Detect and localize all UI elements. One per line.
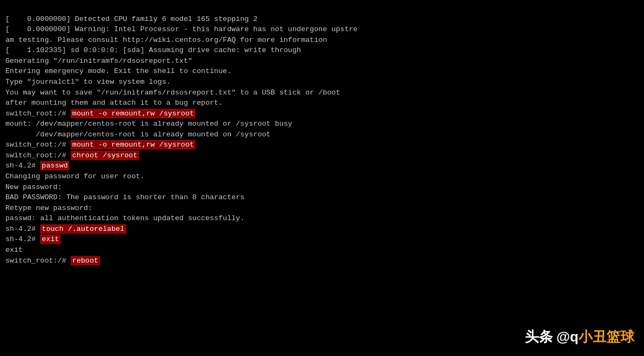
terminal-line: /dev/mapper/centos-root is already mount… [5,129,639,140]
terminal-line: switch_root:/# mount -o remount,rw /sysr… [5,108,639,119]
terminal-line: after mounting them and attach it to a b… [5,98,639,108]
terminal-line: Type "journalctl" to view system logs. [5,77,639,88]
terminal-line: New password: [5,182,639,193]
terminal-line: Retype new password: [5,203,639,214]
terminal-output: [ 0.0000000] Detected CPU family 6 model… [0,0,644,269]
terminal-command: chroot /sysroot [71,151,140,160]
terminal-command: mount -o remount,rw /sysroot [71,140,196,149]
terminal-line: [ 0.0000000] Warning: Intel Processor - … [5,24,639,35]
terminal-line: switch_root:/# chroot /sysroot [5,150,639,161]
terminal-line: Generating "/run/initramfs/rdsosreport.t… [5,56,639,67]
terminal-line: You may want to save "/run/initramfs/rds… [5,88,639,98]
terminal-line: [ 1.102335] sd 0:0:0:0: [sda] Assuming d… [5,45,639,56]
terminal-line: sh-4.2# exit [5,234,639,245]
terminal-line: sh-4.2# touch /.autorelabel [5,224,639,235]
terminal-command: exit [40,235,61,244]
terminal-line: [ 0.0000000] Detected CPU family 6 model… [5,14,639,25]
terminal-command: passwd [40,161,70,170]
terminal-line: Entering emergency mode. Exit the shell … [5,66,639,77]
terminal-line: Changing password for user root. [5,171,639,182]
terminal-command: touch /.autorelabel [40,224,126,234]
terminal-line: BAD PASSWORD: The password is shorter th… [5,192,639,203]
terminal-line: sh-4.2# passwd [5,161,639,171]
terminal-line: exit [5,245,639,256]
terminal-line: switch_root:/# mount -o remount,rw /sysr… [5,140,639,150]
terminal-line: mount: /dev/mapper/centos-root is alread… [5,119,639,129]
terminal-command: reboot [71,256,100,265]
terminal-command: mount -o remount,rw /sysroot [71,109,196,118]
terminal-line: am testing. Please consult http://wiki.c… [5,35,639,46]
terminal-line: switch_root:/# reboot [5,256,639,266]
watermark: 头条 @q小丑篮球 [525,328,634,346]
terminal-line: passwd: all authentication tokens update… [5,213,639,224]
